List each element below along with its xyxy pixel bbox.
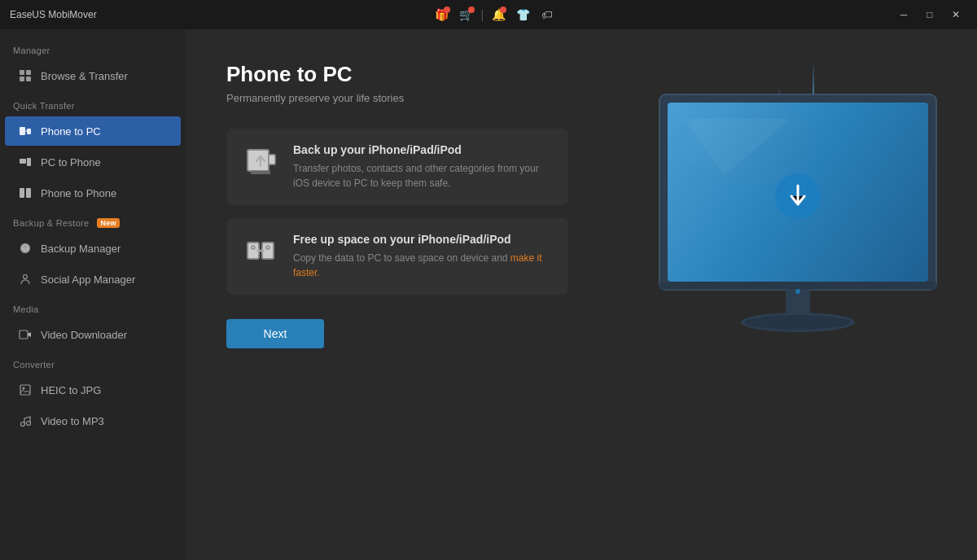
section-label-manager: Manager <box>0 36 186 60</box>
svg-rect-20 <box>269 155 275 164</box>
backup-icon <box>18 241 33 256</box>
title-bar-left: EaseUS MobiMover <box>10 9 97 20</box>
app-title: EaseUS MobiMover <box>10 9 97 20</box>
svg-point-32 <box>745 315 851 330</box>
grid-icon <box>18 68 33 83</box>
backup-card-title: Back up your iPhone/iPad/iPod <box>293 143 552 156</box>
svg-rect-7 <box>20 159 26 164</box>
sidebar-item-heic-to-jpg[interactable]: HEIC to JPG <box>5 375 181 405</box>
svg-rect-4 <box>20 127 25 135</box>
section-label-converter: Converter <box>0 350 186 374</box>
next-button[interactable]: Next <box>226 319 324 348</box>
pc-phone-icon <box>18 155 33 169</box>
backup-card-text: Back up your iPhone/iPad/iPod Transfer p… <box>293 143 552 190</box>
window-controls: ─ □ ✕ <box>892 6 967 24</box>
video-icon <box>18 327 33 342</box>
backup-card-desc: Transfer photos, contacts and other cate… <box>293 161 552 190</box>
sidebar-item-social-app-manager[interactable]: Social App Manager <box>5 265 181 294</box>
feature-card-freespace: Free up space on your iPhone/iPad/iPod C… <box>226 218 568 295</box>
shirt-icon[interactable]: 👕 <box>513 5 532 24</box>
svg-point-16 <box>23 387 25 390</box>
freespace-card-text: Free up space on your iPhone/iPad/iPod C… <box>293 233 552 280</box>
sidebar-label-social-app-manager: Social App Manager <box>41 273 135 286</box>
maximize-button[interactable]: □ <box>918 6 941 24</box>
sidebar-item-video-downloader[interactable]: Video Downloader <box>5 320 181 349</box>
sidebar-item-browse-transfer[interactable]: Browse & Transfer <box>5 61 181 90</box>
sidebar-label-pc-to-phone: PC to Phone <box>41 156 101 168</box>
sidebar-label-video-to-mp3: Video to MP3 <box>41 415 104 427</box>
sidebar-label-phone-to-pc: Phone to PC <box>41 125 101 138</box>
feature-cards: Back up your iPhone/iPad/iPod Transfer p… <box>226 129 568 295</box>
backup-feature-icon <box>243 143 278 179</box>
svg-rect-3 <box>26 77 31 81</box>
heic-icon <box>18 383 33 397</box>
main-layout: Manager Browse & Transfer Quick Transfer… <box>0 29 977 560</box>
social-icon <box>18 272 33 287</box>
title-bar: EaseUS MobiMover 🎁 🛒 | 🔔 👕 🏷 ─ □ ✕ <box>0 0 977 29</box>
section-label-backup: Backup & Restore New <box>0 208 186 233</box>
svg-point-24 <box>266 246 269 249</box>
svg-point-12 <box>24 275 28 279</box>
minimize-button[interactable]: ─ <box>892 6 915 24</box>
sidebar: Manager Browse & Transfer Quick Transfer… <box>0 29 186 560</box>
cart-badge <box>468 7 475 13</box>
sidebar-item-pc-to-phone[interactable]: PC to Phone <box>5 147 181 177</box>
phone-phone-icon <box>18 186 33 200</box>
sidebar-item-backup-manager[interactable]: Backup Manager <box>5 234 181 263</box>
section-label-media: Media <box>0 295 186 319</box>
svg-rect-0 <box>20 70 24 75</box>
sidebar-item-phone-to-phone[interactable]: Phone to Phone <box>5 178 181 208</box>
sidebar-item-phone-to-pc[interactable]: Phone to PC <box>5 116 181 146</box>
bell-badge <box>500 7 506 13</box>
bell-icon[interactable]: 🔔 <box>488 5 508 24</box>
svg-rect-1 <box>26 70 31 75</box>
svg-rect-5 <box>27 129 31 134</box>
highlight-text: make it faster. <box>293 252 542 278</box>
freespace-card-title: Free up space on your iPhone/iPad/iPod <box>293 233 552 246</box>
sidebar-label-video-downloader: Video Downloader <box>41 329 127 341</box>
svg-rect-9 <box>20 188 24 198</box>
gift-icon[interactable]: 🎁 <box>432 5 452 24</box>
phone-pc-icon <box>18 124 33 138</box>
discount-icon[interactable]: 🏷 <box>537 5 557 24</box>
separator: | <box>481 8 484 21</box>
title-bar-icons: 🎁 🛒 | 🔔 👕 🏷 <box>432 5 558 24</box>
freespace-feature-icon <box>243 233 278 269</box>
feature-card-backup: Back up your iPhone/iPad/iPod Transfer p… <box>226 129 568 205</box>
monitor-illustration <box>643 78 953 404</box>
section-label-quick-transfer: Quick Transfer <box>0 91 186 116</box>
svg-point-23 <box>252 246 255 249</box>
sidebar-label-backup-manager: Backup Manager <box>41 243 120 255</box>
gift-badge <box>444 7 450 13</box>
svg-rect-8 <box>27 158 31 166</box>
freespace-card-desc: Copy the data to PC to save space on dev… <box>293 251 552 280</box>
sidebar-label-heic-to-jpg: HEIC to JPG <box>41 384 101 396</box>
svg-rect-10 <box>26 188 31 198</box>
cart-icon[interactable]: 🛒 <box>457 5 476 24</box>
sidebar-item-video-to-mp3[interactable]: Video to MP3 <box>5 406 181 435</box>
close-button[interactable]: ✕ <box>944 6 967 24</box>
new-badge: New <box>97 218 119 228</box>
svg-rect-33 <box>659 282 936 290</box>
svg-rect-13 <box>20 330 28 339</box>
content-area: Phone to PC Permanently preserve your li… <box>186 29 977 560</box>
mp3-icon <box>18 413 33 428</box>
svg-point-34 <box>795 289 800 294</box>
sidebar-label-browse-transfer: Browse & Transfer <box>41 70 128 82</box>
svg-rect-2 <box>20 77 24 81</box>
svg-rect-15 <box>20 385 30 395</box>
sidebar-label-phone-to-phone: Phone to Phone <box>41 187 116 199</box>
